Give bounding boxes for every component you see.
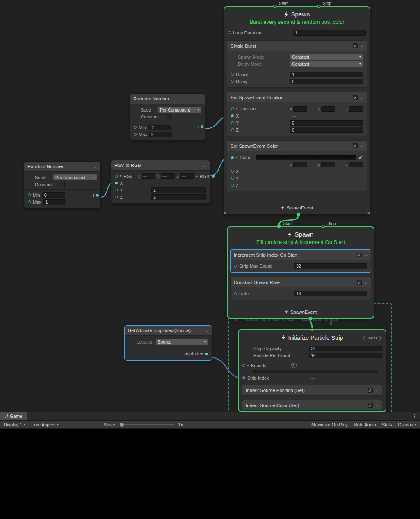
z-port[interactable] — [115, 196, 118, 198]
strip-index-port[interactable] — [242, 376, 245, 379]
block-enabled-checkbox[interactable]: ✓ — [368, 388, 373, 393]
stop-flow-port[interactable] — [317, 5, 320, 8]
tab-game[interactable]: Game — [0, 412, 27, 420]
block-enabled-checkbox[interactable]: ✓ — [357, 253, 362, 257]
position-y-field[interactable]: 0 — [290, 120, 363, 126]
hsv-input-port[interactable] — [115, 175, 118, 178]
tab-options-kebab-icon[interactable]: ⋮ — [412, 413, 417, 419]
strip-capacity-field[interactable]: 32 — [309, 346, 382, 351]
block-chevron-icon[interactable]: ⌄ — [364, 280, 368, 285]
color-x-port[interactable] — [231, 170, 234, 173]
count-port[interactable] — [231, 73, 234, 76]
block-enabled-checkbox[interactable]: ✓ — [368, 403, 373, 408]
rate-port[interactable] — [234, 292, 237, 295]
expand-triangle-icon[interactable]: ▾ — [236, 107, 237, 111]
position-port[interactable] — [231, 107, 234, 110]
block-chevron-icon[interactable]: ⌄ — [360, 43, 363, 48]
r-output-port[interactable] — [96, 194, 99, 197]
max-field[interactable]: 2 — [149, 132, 172, 137]
local-space-badge[interactable]: LOCAL — [363, 336, 381, 341]
single-burst-block[interactable]: Single Burst ✓ ⌄ Spawn Mode Constant ▾ D… — [227, 40, 367, 88]
random-number-node-2[interactable]: Random Number ⌄ Seed Per Component ▾ Con… — [24, 161, 101, 208]
vfx-graph-canvas[interactable]: Particle Strip Random Number ⌄ Seed Per … — [0, 0, 420, 412]
start-flow-port[interactable] — [277, 225, 281, 228]
position-z-port[interactable] — [231, 128, 234, 131]
rgb-output-port[interactable] — [212, 175, 215, 178]
collapse-chevron-icon[interactable]: ⌄ — [203, 163, 206, 168]
delay-port[interactable] — [231, 80, 234, 83]
color-port[interactable] — [231, 156, 234, 159]
y-port[interactable] — [115, 189, 118, 191]
bounds-port[interactable] — [242, 364, 245, 367]
max-port[interactable] — [134, 133, 137, 136]
node-header[interactable]: Random Number ⌄ — [130, 94, 205, 104]
expand-triangle-icon[interactable]: ▾ — [236, 156, 237, 159]
spawn-mode-dropdown[interactable]: Constant ▾ — [290, 54, 363, 60]
seed-dropdown[interactable]: Per Component ▾ — [158, 107, 201, 113]
collapse-chevron-icon[interactable]: ⌄ — [205, 328, 208, 333]
delay-field[interactable]: 0 — [290, 79, 363, 84]
min-field[interactable]: 0 — [42, 192, 65, 198]
collapse-chevron-icon[interactable]: ⌄ — [94, 164, 97, 169]
max-port[interactable] — [28, 200, 31, 203]
max-field[interactable]: 1 — [43, 199, 66, 205]
delay-mode-dropdown[interactable]: Constant ▾ — [290, 61, 363, 67]
block-chevron-icon[interactable]: ⌄ — [360, 95, 363, 100]
maximize-on-play-button[interactable]: Maximize On Play — [308, 422, 351, 427]
color-y-port[interactable] — [231, 177, 234, 180]
position-x-port[interactable] — [231, 114, 234, 117]
block-chevron-icon[interactable]: ⌄ — [360, 143, 363, 148]
color-z-port[interactable] — [231, 184, 234, 187]
set-spawnevent-position-block[interactable]: Set SpawnEvent Position ✓ ⌄ ▾ Position x… — [227, 92, 367, 136]
block-chevron-icon[interactable]: ⌄ — [364, 253, 368, 257]
get-attribute-stripindex-node[interactable]: Get Attribute: stripIndex (Source) ⌄ Loc… — [124, 325, 212, 361]
constant-checkbox[interactable] — [60, 182, 65, 187]
y-field[interactable]: 1 — [151, 187, 206, 193]
start-flow-port[interactable] — [273, 5, 276, 8]
block-enabled-checkbox[interactable]: ✓ — [353, 143, 358, 148]
aspect-ratio-dropdown[interactable]: Free Aspect ▾ — [28, 421, 62, 428]
stats-button[interactable]: Stats — [379, 422, 395, 427]
rate-field[interactable]: 16 — [294, 291, 367, 296]
expand-triangle-icon[interactable]: ▾ — [120, 174, 121, 178]
stripindex-output-port[interactable] — [205, 353, 208, 355]
seed-dropdown[interactable]: Per Component ▾ — [53, 174, 97, 180]
node-header[interactable]: Get Attribute: stripIndex (Source) ⌄ — [125, 326, 212, 336]
scale-slider-handle[interactable] — [120, 423, 124, 427]
loop-duration-port[interactable] — [228, 31, 231, 34]
block-enabled-checkbox[interactable]: ✓ — [357, 280, 362, 285]
spawn-context-2[interactable]: Start Stop Spawn Fill particle strip & I… — [227, 226, 374, 319]
initialize-particle-strip-context[interactable]: Initialize Particle Strip LOCAL Strip Ca… — [238, 329, 386, 412]
block-chevron-icon[interactable]: ⌄ — [375, 388, 379, 392]
particle-per-count-field[interactable]: 16 — [309, 353, 382, 358]
position-y-port[interactable] — [231, 121, 234, 124]
color-swatch-field[interactable] — [256, 155, 356, 160]
inherit-source-position-block[interactable]: Inherit Source Position (Set) ✓ ⌄ — [242, 385, 382, 396]
min-port[interactable] — [28, 193, 31, 196]
bounds-value-bar[interactable] — [253, 370, 378, 373]
display-dropdown[interactable]: Display 1 ▾ — [1, 421, 28, 428]
count-field[interactable]: 1 — [290, 72, 363, 77]
random-number-node-1[interactable]: Random Number ⌄ Seed Per Component ▾ Con… — [130, 93, 205, 141]
bounds-space-icon[interactable]: L — [291, 363, 297, 368]
block-enabled-checkbox[interactable]: ✓ — [353, 43, 358, 48]
strip-max-count-field[interactable]: 32 — [294, 263, 367, 269]
node-header[interactable]: HSV to RGB ⌄ — [111, 160, 210, 171]
scale-slider[interactable] — [120, 424, 174, 425]
position-z-field[interactable]: 0 — [290, 127, 363, 133]
block-enabled-checkbox[interactable]: ✓ — [353, 95, 358, 100]
z-field[interactable]: 1 — [151, 194, 206, 200]
strip-max-count-port[interactable] — [234, 265, 237, 268]
eyedropper-icon[interactable] — [358, 155, 363, 160]
expand-triangle-icon[interactable]: ▸ — [247, 364, 249, 367]
collapse-chevron-icon[interactable]: ⌄ — [199, 97, 202, 101]
game-render-view[interactable] — [0, 429, 420, 519]
inherit-source-color-block[interactable]: Inherit Source Color (Set) ✓ ⌄ — [242, 400, 382, 411]
gizmos-dropdown[interactable]: Gizmos ▾ — [395, 422, 419, 427]
node-header[interactable]: Random Number ⌄ — [24, 162, 100, 172]
constant-checkbox[interactable] — [166, 114, 171, 119]
increment-strip-index-block[interactable]: Increment Strip Index On Start ✓ ⌄ Strip… — [230, 249, 371, 273]
constant-spawn-rate-block[interactable]: Constant Spawn Rate ✓ ⌄ Rate 16 — [230, 277, 371, 300]
location-dropdown[interactable]: Source ▾ — [156, 339, 208, 345]
set-spawnevent-color-block[interactable]: Set SpawnEvent Color ✓ ⌄ ▾ Color x— — [227, 140, 367, 191]
